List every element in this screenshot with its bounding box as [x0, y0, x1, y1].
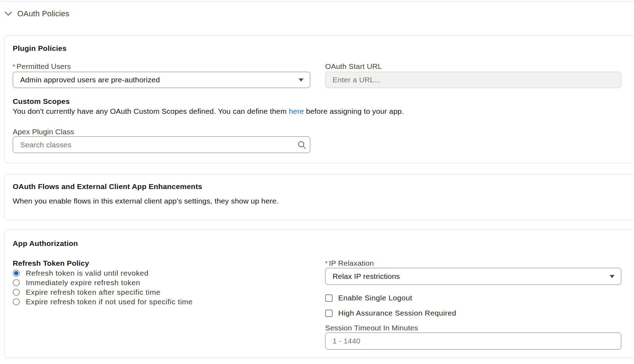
refresh-token-policy-label: Refresh Token Policy	[13, 259, 310, 267]
oauth-start-url-placeholder: Enter a URL...	[333, 76, 381, 84]
session-timeout-label: Session Timeout In Minutes	[325, 324, 621, 332]
enable-single-logout-row[interactable]: Enable Single Logout	[325, 294, 621, 302]
required-asterisk: *	[13, 63, 15, 71]
chevron-down-icon[interactable]	[5, 11, 12, 16]
ip-relaxation-value: Relax IP restrictions	[333, 272, 400, 281]
permitted-users-value: Admin approved users are pre-authorized	[20, 76, 160, 84]
session-timeout-placeholder: 1 - 1440	[333, 337, 360, 345]
apex-plugin-class-label: Apex Plugin Class	[13, 128, 621, 136]
high-assurance-row[interactable]: High Assurance Session Required	[325, 309, 621, 317]
oauth-flows-description: When you enable flows in this external c…	[13, 197, 621, 205]
apex-plugin-class-placeholder: Search classes	[20, 141, 71, 149]
ip-relaxation-label: * IP Relaxation	[325, 259, 621, 267]
apex-plugin-class-search-input[interactable]: Search classes	[13, 136, 310, 153]
permitted-users-select[interactable]: Admin approved users are pre-authorized	[13, 72, 310, 88]
radio-unselected[interactable]	[13, 298, 20, 305]
oauth-flows-card: OAuth Flows and External Client App Enha…	[4, 174, 634, 220]
oauth-flows-title: OAuth Flows and External Client App Enha…	[13, 182, 621, 191]
oauth-start-url-label: OAuth Start URL	[325, 63, 621, 70]
oauth-policies-section-header[interactable]: OAuth Policies	[5, 9, 69, 18]
radio-option-valid-until-revoked[interactable]: Refresh token is valid until revoked	[13, 268, 310, 278]
custom-scopes-here-link[interactable]: here	[289, 107, 304, 115]
oauth-policies-page: OAuth Policies Plugin Policies * Permitt…	[0, 0, 634, 364]
radio-option-expire-if-not-used[interactable]: Expire refresh token if not used for spe…	[13, 297, 310, 306]
ip-relaxation-select[interactable]: Relax IP restrictions	[325, 268, 621, 285]
required-asterisk: *	[325, 260, 328, 268]
radio-unselected[interactable]	[13, 289, 20, 296]
custom-scopes-title: Custom Scopes	[13, 98, 621, 105]
plugin-policies-title: Plugin Policies	[13, 44, 621, 53]
session-timeout-input[interactable]: 1 - 1440	[325, 333, 621, 350]
permitted-users-label: * Permitted Users	[13, 63, 310, 70]
chevron-down-icon	[610, 275, 615, 278]
app-authorization-card: App Authorization Refresh Token Policy R…	[4, 229, 634, 358]
chevron-down-icon	[299, 78, 304, 82]
plugin-policies-card: Plugin Policies * Permitted Users Admin …	[4, 35, 634, 163]
app-authorization-title: App Authorization	[13, 239, 621, 248]
oauth-start-url-input: Enter a URL...	[325, 72, 621, 88]
high-assurance-checkbox[interactable]	[325, 310, 333, 317]
radio-unselected[interactable]	[13, 279, 20, 286]
radio-option-immediately-expire[interactable]: Immediately expire refresh token	[13, 278, 310, 287]
custom-scopes-text: You don't currently have any OAuth Custo…	[13, 107, 621, 115]
radio-selected[interactable]	[13, 270, 20, 277]
previous-card-bottom-edge	[1, 0, 634, 1]
enable-single-logout-checkbox[interactable]	[325, 294, 333, 302]
search-icon	[297, 140, 306, 149]
section-title: OAuth Policies	[17, 9, 69, 18]
radio-option-expire-after-time[interactable]: Expire refresh token after specific time	[13, 287, 310, 297]
refresh-token-policy-radio-group: Refresh token is valid until revoked Imm…	[13, 268, 310, 306]
